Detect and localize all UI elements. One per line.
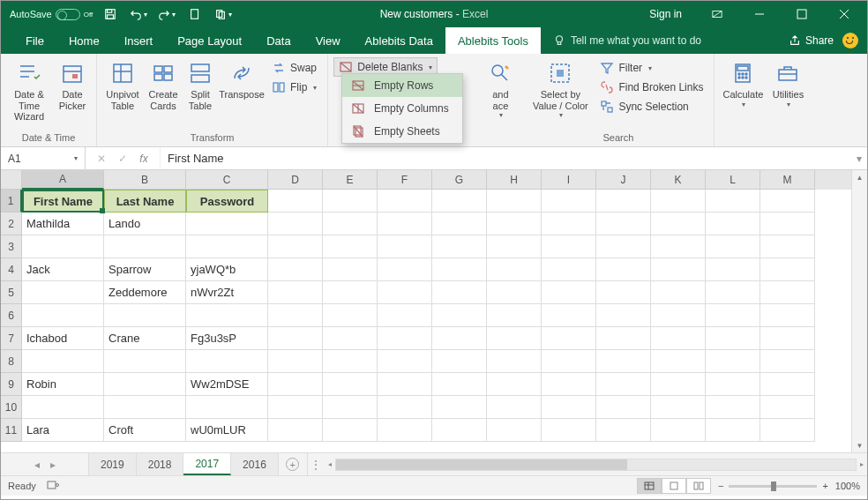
row-header[interactable]: 10	[1, 396, 22, 419]
cell[interactable]	[651, 396, 706, 419]
row-header[interactable]: 3	[1, 235, 22, 258]
zoom-in-button[interactable]: +	[822, 481, 827, 491]
cell[interactable]	[651, 258, 706, 281]
cell[interactable]	[487, 419, 542, 442]
cell[interactable]	[760, 213, 815, 235]
cell[interactable]	[432, 304, 487, 327]
cell[interactable]	[760, 281, 815, 304]
select-all-corner[interactable]	[1, 170, 22, 190]
cell[interactable]	[186, 235, 268, 258]
cell[interactable]	[323, 350, 378, 373]
cell[interactable]	[186, 304, 268, 327]
cell[interactable]	[186, 350, 268, 373]
cell[interactable]	[596, 327, 651, 350]
cell[interactable]	[22, 304, 104, 327]
row-header[interactable]: 6	[1, 304, 22, 327]
menu-page-layout[interactable]: Page Layout	[165, 27, 254, 54]
cell[interactable]	[378, 213, 432, 235]
cell[interactable]: Lara	[22, 419, 104, 442]
column-header[interactable]: J	[596, 170, 651, 190]
cell[interactable]	[596, 304, 651, 327]
cell[interactable]	[596, 373, 651, 396]
cell[interactable]: yjaWQ*b	[186, 258, 268, 281]
cell[interactable]	[268, 213, 323, 235]
calculate-button[interactable]: Calculate▾	[720, 57, 766, 110]
cell[interactable]	[651, 190, 706, 213]
cell[interactable]	[651, 373, 706, 396]
dropdown-empty-columns[interactable]: Empty Columns	[342, 97, 462, 120]
cell[interactable]	[104, 396, 186, 419]
cell[interactable]: Lando	[104, 213, 186, 235]
autosave-toggle[interactable]: AutoSave Off	[10, 9, 93, 20]
menu-ablebits-data[interactable]: Ablebits Data	[353, 27, 445, 54]
cell[interactable]	[268, 350, 323, 373]
zoom-slider[interactable]: − +	[718, 481, 828, 491]
cell[interactable]	[651, 213, 706, 235]
cell[interactable]	[760, 396, 815, 419]
cell[interactable]: Crane	[104, 327, 186, 350]
find-broken-links-button[interactable]: Find Broken Links	[595, 78, 708, 96]
column-header[interactable]: C	[186, 170, 268, 190]
cell[interactable]	[596, 396, 651, 419]
cell[interactable]	[378, 373, 432, 396]
cell[interactable]	[706, 396, 760, 419]
cell[interactable]	[596, 213, 651, 235]
cell[interactable]	[432, 190, 487, 213]
cell[interactable]	[596, 190, 651, 213]
cell[interactable]: Ichabod	[22, 327, 104, 350]
cell[interactable]	[542, 419, 596, 442]
vertical-scrollbar[interactable]: ▲ ▼	[851, 170, 867, 452]
tell-me-search[interactable]: Tell me what you want to do	[541, 27, 714, 54]
cell[interactable]	[596, 350, 651, 373]
cell[interactable]	[104, 350, 186, 373]
feedback-smiley-icon[interactable]	[842, 33, 858, 49]
cell[interactable]	[378, 396, 432, 419]
cell[interactable]	[487, 281, 542, 304]
cell[interactable]	[542, 190, 596, 213]
cell[interactable]	[268, 304, 323, 327]
cell[interactable]	[323, 258, 378, 281]
cell[interactable]	[487, 327, 542, 350]
cell[interactable]	[651, 281, 706, 304]
cell[interactable]	[432, 213, 487, 235]
menu-ablebits-tools[interactable]: Ablebits Tools	[445, 27, 541, 54]
cell[interactable]: Robin	[22, 373, 104, 396]
name-box[interactable]: A1 ▾	[1, 147, 86, 169]
cell[interactable]	[22, 235, 104, 258]
scroll-left-icon[interactable]: ◂	[328, 460, 332, 468]
ribbon-options-button[interactable]	[698, 1, 737, 27]
cell[interactable]: wU0mLUR	[186, 419, 268, 442]
cell[interactable]	[706, 327, 760, 350]
cell[interactable]	[268, 235, 323, 258]
column-header[interactable]: I	[542, 170, 596, 190]
transpose-button[interactable]: Transpose	[219, 57, 265, 102]
cell[interactable]	[268, 419, 323, 442]
cell[interactable]	[378, 327, 432, 350]
column-header[interactable]: D	[268, 170, 323, 190]
insert-function-button[interactable]: fx	[133, 153, 154, 165]
cell[interactable]	[651, 304, 706, 327]
cell[interactable]	[760, 419, 815, 442]
share-button[interactable]: Share	[789, 34, 834, 47]
cell[interactable]	[542, 373, 596, 396]
cell[interactable]	[596, 235, 651, 258]
cell[interactable]: Sparrow	[104, 258, 186, 281]
sheet-tab[interactable]: 2017	[183, 453, 231, 475]
cell[interactable]	[22, 281, 104, 304]
cell[interactable]	[378, 419, 432, 442]
cell[interactable]	[760, 258, 815, 281]
split-table-button[interactable]: Split Table	[183, 57, 217, 113]
scroll-right-icon[interactable]: ▸	[860, 460, 864, 468]
scroll-up-icon[interactable]: ▲	[852, 170, 867, 184]
sheet-nav[interactable]: ◂ ▸	[1, 453, 89, 475]
cell[interactable]	[378, 350, 432, 373]
cell[interactable]: nWvr2Zt	[186, 281, 268, 304]
cell[interactable]	[706, 373, 760, 396]
minimize-button[interactable]	[740, 1, 779, 27]
row-header[interactable]: 7	[1, 327, 22, 350]
row-header[interactable]: 4	[1, 258, 22, 281]
cell[interactable]	[432, 419, 487, 442]
cell[interactable]	[706, 190, 760, 213]
horizontal-scrollbar[interactable]: ◂ ▸	[325, 453, 867, 475]
date-time-wizard-button[interactable]: Date & Time Wizard	[6, 57, 52, 124]
